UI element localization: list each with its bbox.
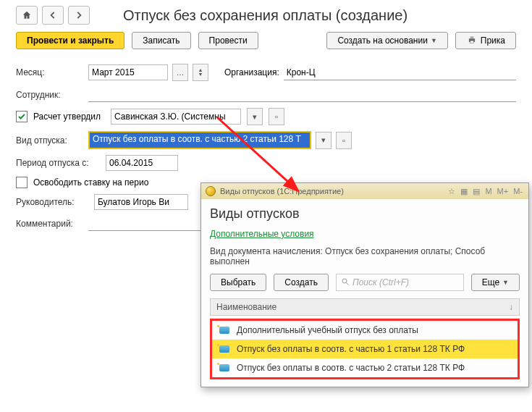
list-header[interactable]: Наименование ↓: [210, 298, 520, 316]
chevron-down-icon: ▼: [431, 37, 437, 44]
toolbar-icon[interactable]: ▦: [459, 187, 469, 196]
submit-button[interactable]: Провести: [198, 32, 258, 49]
calc-approved-label: Расчет утвердил: [33, 112, 101, 122]
more-button[interactable]: Еще ▼: [471, 274, 520, 291]
popup-window-title: Виды отпусков (1С:Предприятие): [220, 187, 344, 196]
create-button[interactable]: Создать: [274, 274, 329, 291]
leave-type-label: Вид отпуска:: [16, 135, 84, 146]
print-label: Прика: [481, 35, 505, 46]
create-based-button[interactable]: Создать на основании ▼: [326, 32, 447, 49]
search-input[interactable]: Поиск (Ctrl+F): [336, 274, 464, 291]
search-icon: [341, 277, 350, 288]
approver-field[interactable]: [111, 109, 241, 125]
leave-type-icon: [219, 364, 229, 371]
more-label: Еще: [482, 277, 499, 287]
release-rate-checkbox[interactable]: [16, 177, 28, 188]
list-item[interactable]: Отпуск без оплаты в соотв. с частью 1 ст…: [212, 340, 518, 358]
list-item[interactable]: Отпуск без оплаты в соотв. с частью 2 ст…: [212, 358, 518, 377]
svg-line-5: [346, 282, 348, 285]
search-placeholder: Поиск (Ctrl+F): [352, 277, 409, 287]
list-item-label: Отпуск без оплаты в соотв. с частью 2 ст…: [237, 363, 465, 373]
app-icon: [206, 186, 216, 196]
manager-label: Руководитель:: [16, 197, 90, 207]
svg-rect-1: [470, 36, 473, 38]
comment-label: Комментарий:: [16, 219, 84, 229]
month-stepper[interactable]: ▲▼: [193, 64, 208, 81]
doc-type-line: Вид документа начисления: Отпуск без сох…: [210, 246, 520, 266]
org-label: Организация:: [224, 67, 279, 77]
period-from-field[interactable]: [106, 155, 178, 171]
toolbar-m-plus[interactable]: M+: [496, 187, 510, 196]
sort-indicator-icon: ↓: [509, 302, 513, 312]
org-field[interactable]: [284, 65, 516, 80]
back-button[interactable]: [42, 6, 64, 25]
printer-icon: [466, 35, 478, 47]
popup-heading: Виды отпусков: [210, 206, 520, 222]
list-highlight-box: Дополнительный учебный отпуск без оплаты…: [210, 319, 520, 379]
submit-close-button[interactable]: Провести и закрыть: [16, 32, 124, 49]
create-based-label: Создать на основании: [337, 35, 428, 46]
leave-type-dropdown-button[interactable]: ▾: [316, 132, 332, 149]
calc-approved-checkbox[interactable]: [16, 111, 28, 122]
list-item[interactable]: Дополнительный учебный отпуск без оплаты: [212, 321, 518, 340]
select-button[interactable]: Выбрать: [210, 274, 266, 291]
extra-conditions-link[interactable]: Дополнительные условия: [210, 229, 520, 239]
save-button[interactable]: Записать: [132, 32, 190, 49]
home-button[interactable]: [16, 6, 38, 25]
list-item-label: Дополнительный учебный отпуск без оплаты: [237, 325, 418, 335]
print-button[interactable]: Прика: [455, 32, 516, 49]
employee-label: Сотрудник:: [16, 90, 84, 100]
chevron-down-icon: ▼: [502, 279, 509, 286]
leave-type-open-button[interactable]: ▫: [336, 132, 352, 149]
approver-dropdown-button[interactable]: ▾: [247, 108, 263, 125]
approver-open-button[interactable]: ▫: [269, 108, 284, 125]
month-label: Месяц:: [16, 67, 84, 77]
forward-button[interactable]: [68, 6, 90, 25]
release-rate-label: Освободить ставку на перио: [33, 177, 148, 188]
employee-field[interactable]: [88, 87, 516, 102]
list-item-label: Отпуск без оплаты в соотв. с частью 1 ст…: [237, 344, 465, 354]
toolbar-m[interactable]: M: [484, 187, 493, 196]
column-name: Наименование: [216, 302, 276, 312]
leave-type-icon: [219, 327, 229, 334]
period-from-label: Период отпуска с:: [16, 158, 101, 168]
toolbar-icon[interactable]: ▤: [471, 187, 481, 196]
leave-type-field-wrap: Отпуск без оплаты в соотв. с частью 2 ст…: [88, 131, 311, 149]
svg-point-4: [342, 279, 347, 283]
toolbar-m-minus[interactable]: M-: [512, 187, 524, 196]
svg-rect-2: [470, 41, 473, 43]
manager-field[interactable]: [94, 194, 188, 210]
month-picker-button[interactable]: …: [172, 64, 188, 81]
toolbar-icon[interactable]: ☆: [447, 187, 457, 196]
month-field[interactable]: [88, 64, 168, 80]
page-title: Отпуск без сохранения оплаты (создание): [123, 7, 408, 24]
popup-title-bar: Виды отпусков (1С:Предприятие) ☆ ▦ ▤ M M…: [201, 183, 528, 199]
leave-type-field[interactable]: Отпуск без оплаты в соотв. с частью 2 ст…: [90, 133, 310, 148]
leave-types-popup: Виды отпусков (1С:Предприятие) ☆ ▦ ▤ M M…: [200, 182, 529, 387]
leave-type-icon: [219, 345, 229, 353]
